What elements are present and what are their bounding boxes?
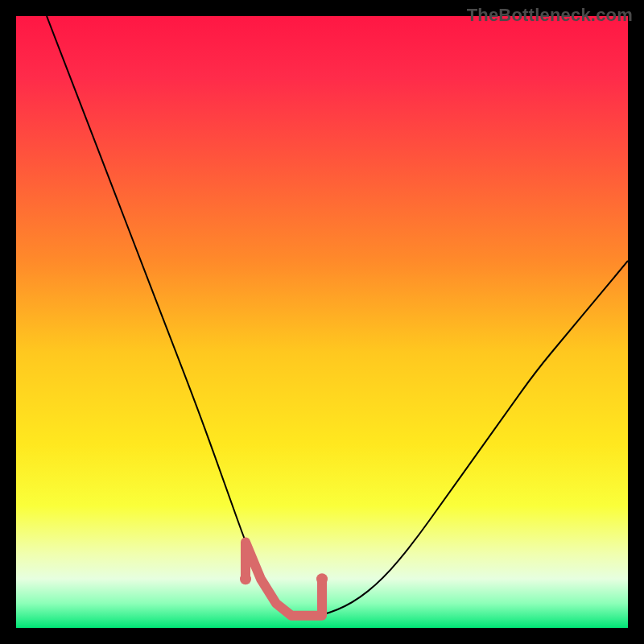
chart-svg — [16, 16, 628, 628]
highlight-endpoint-right — [316, 573, 328, 584]
plot-area — [16, 16, 628, 628]
chart-frame: TheBottleneck.com — [0, 0, 644, 644]
highlight-endpoint-left — [240, 573, 251, 584]
watermark-text: TheBottleneck.com — [467, 5, 633, 26]
gradient-background — [16, 16, 628, 628]
